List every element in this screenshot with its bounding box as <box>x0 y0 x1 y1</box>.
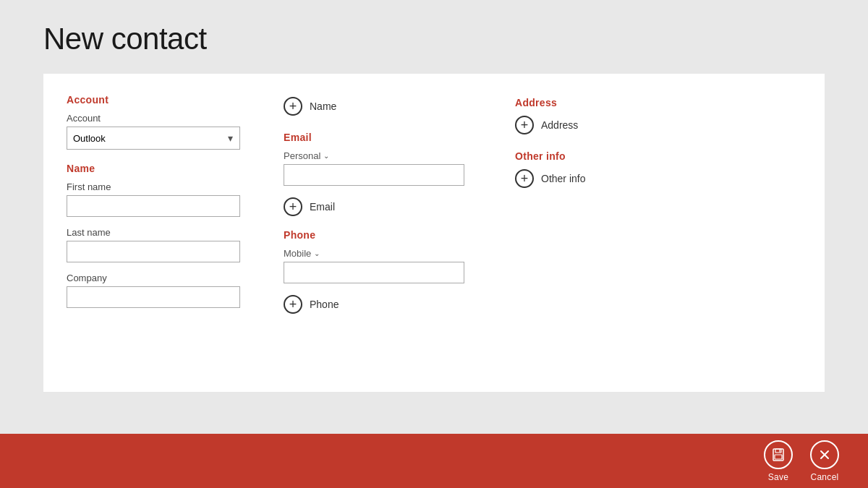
save-icon <box>771 448 786 462</box>
add-name-label: Name <box>310 100 336 112</box>
bottom-toolbar: Save Cancel <box>0 434 868 488</box>
form-card: Account Account Outlook Gmail Exchange N… <box>43 74 825 392</box>
phone-type-label: Mobile <box>284 248 311 259</box>
other-info-section: Other info Other info <box>515 150 801 188</box>
account-section: Account Account Outlook Gmail Exchange <box>67 94 255 150</box>
account-label: Account <box>67 113 255 124</box>
middle-column: Name Email Personal ⌄ Email Phone <box>284 94 515 372</box>
add-address-row[interactable]: Address <box>515 116 801 134</box>
cancel-button[interactable]: Cancel <box>810 440 839 482</box>
company-label: Company <box>67 273 255 283</box>
add-other-info-row[interactable]: Other info <box>515 169 801 188</box>
phone-type-chevron: ⌄ <box>314 249 320 257</box>
account-select[interactable]: Outlook Gmail Exchange <box>67 127 240 150</box>
phone-input[interactable] <box>284 262 464 283</box>
save-button[interactable]: Save <box>764 440 793 482</box>
cancel-icon <box>817 448 832 462</box>
address-section: Address Address <box>515 97 801 134</box>
account-select-wrapper: Outlook Gmail Exchange <box>67 127 240 150</box>
email-type-chevron: ⌄ <box>323 152 329 160</box>
add-other-info-icon <box>515 169 534 188</box>
save-icon-circle <box>764 440 793 469</box>
add-phone-label: Phone <box>310 299 339 310</box>
save-label: Save <box>768 472 789 482</box>
email-type-label: Personal <box>284 150 320 161</box>
email-type-selector[interactable]: Personal ⌄ <box>284 150 486 161</box>
add-name-icon <box>284 97 302 116</box>
add-address-icon <box>515 116 534 134</box>
phone-type-selector[interactable]: Mobile ⌄ <box>284 248 486 259</box>
name-section-header: Name <box>67 163 255 174</box>
add-email-icon <box>284 197 302 216</box>
phone-section: Phone Mobile ⌄ Phone <box>284 229 486 314</box>
page-title: New contact <box>43 22 825 56</box>
add-address-label: Address <box>541 119 578 131</box>
cancel-icon-circle <box>810 440 839 469</box>
right-column: Address Address Other info Other info <box>515 94 801 372</box>
last-name-label: Last name <box>67 227 255 238</box>
company-input[interactable] <box>67 286 240 308</box>
add-name-row[interactable]: Name <box>284 97 486 116</box>
add-email-label: Email <box>310 201 335 213</box>
phone-section-header: Phone <box>284 229 486 241</box>
svg-rect-2 <box>775 455 782 459</box>
other-info-section-header: Other info <box>515 150 801 162</box>
address-section-header: Address <box>515 97 801 108</box>
cancel-label: Cancel <box>810 472 838 482</box>
left-column: Account Account Outlook Gmail Exchange N… <box>67 94 284 372</box>
email-section-header: Email <box>284 132 486 143</box>
add-phone-icon <box>284 295 302 314</box>
add-other-info-label: Other info <box>541 173 585 184</box>
first-name-input[interactable] <box>67 195 240 217</box>
add-phone-row[interactable]: Phone <box>284 295 486 314</box>
account-section-header: Account <box>67 94 255 106</box>
add-email-row[interactable]: Email <box>284 197 486 216</box>
email-section: Email Personal ⌄ Email <box>284 132 486 216</box>
name-section: Name First name Last name Company <box>67 163 255 308</box>
last-name-input[interactable] <box>67 241 240 262</box>
email-input[interactable] <box>284 164 464 186</box>
first-name-label: First name <box>67 181 255 192</box>
